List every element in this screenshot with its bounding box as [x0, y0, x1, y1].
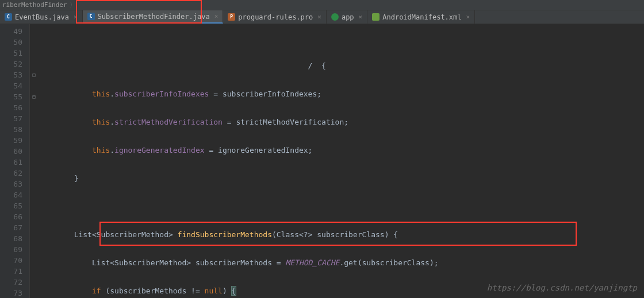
fold-marker[interactable]: [30, 233, 38, 244]
xml-icon: [372, 13, 379, 21]
fold-marker[interactable]: ⊟: [30, 69, 38, 80]
tab-label: app: [342, 13, 354, 21]
line-number: 55: [0, 91, 22, 102]
fold-marker[interactable]: [30, 288, 38, 298]
fold-marker[interactable]: [30, 135, 38, 146]
tab-label: SubscriberMethodFinder.java: [98, 13, 210, 21]
line-number: 67: [0, 222, 22, 233]
line-number: 57: [0, 113, 22, 124]
close-icon[interactable]: ×: [317, 13, 321, 21]
close-icon[interactable]: ×: [359, 13, 363, 21]
java-class-icon: C: [87, 13, 95, 20]
line-number: 62: [0, 168, 22, 179]
fold-marker[interactable]: [30, 200, 38, 211]
fold-marker[interactable]: [30, 80, 38, 91]
tab-bar: C EventBus.java × C SubscriberMethodFind…: [0, 10, 644, 24]
line-number: 58: [0, 124, 22, 135]
fold-marker[interactable]: [30, 244, 38, 255]
proguard-icon: P: [228, 13, 235, 21]
breadcrumb-arrow: 〉: [70, 1, 76, 9]
fold-marker[interactable]: [30, 179, 38, 189]
line-number: 54: [0, 80, 22, 91]
code-line: List<SubscriberMethod> findSubscriberMet…: [38, 229, 644, 240]
line-number: 51: [0, 48, 22, 59]
breadcrumb-item[interactable]: riberMethodFinder: [2, 1, 67, 9]
code-line: [38, 201, 644, 212]
fold-marker[interactable]: [30, 157, 38, 168]
tab-label: proguard-rules.pro: [238, 13, 313, 21]
fold-marker[interactable]: [30, 189, 38, 200]
watermark: https://blog.csdn.net/yanjingtp: [487, 283, 637, 292]
line-number: 63: [0, 179, 22, 189]
tab-proguard[interactable]: P proguard-rules.pro ×: [223, 10, 327, 24]
line-number-gutter: 4950515253545556575859606162636465666768…: [0, 24, 30, 298]
module-icon: [331, 13, 339, 21]
line-number: 53: [0, 69, 22, 80]
fold-marker[interactable]: [30, 124, 38, 135]
fold-marker[interactable]: [30, 48, 38, 59]
line-number: 50: [0, 37, 22, 48]
java-class-icon: C: [5, 13, 12, 21]
tab-manifest[interactable]: AndroidManifest.xml ×: [367, 10, 475, 24]
close-icon[interactable]: ×: [74, 13, 78, 21]
fold-marker[interactable]: [30, 59, 38, 69]
close-icon[interactable]: ×: [466, 13, 470, 21]
line-number: 66: [0, 211, 22, 222]
tab-subscribermethodfinder[interactable]: C SubscriberMethodFinder.java ×: [83, 10, 224, 24]
line-number: 73: [0, 288, 22, 298]
fold-marker[interactable]: [30, 113, 38, 124]
code-line: this.subscriberInfoIndexes = subscriberI…: [38, 88, 644, 99]
code-line: / {: [38, 60, 644, 71]
fold-marker[interactable]: [30, 222, 38, 233]
code-editor[interactable]: 4950515253545556575859606162636465666768…: [0, 24, 644, 298]
code-line: }: [38, 173, 644, 184]
code-line: this.strictMethodVerification = strictMe…: [38, 117, 644, 127]
line-number: 70: [0, 255, 22, 266]
fold-marker[interactable]: [30, 168, 38, 179]
line-number: 72: [0, 277, 22, 288]
line-number: 52: [0, 59, 22, 69]
tab-app[interactable]: app ×: [327, 10, 367, 24]
tab-eventbus[interactable]: C EventBus.java ×: [0, 10, 83, 24]
fold-marker[interactable]: [30, 146, 38, 157]
line-number: 56: [0, 102, 22, 113]
fold-marker[interactable]: [30, 277, 38, 288]
line-number: 49: [0, 26, 22, 37]
fold-marker[interactable]: [30, 102, 38, 113]
line-number: 68: [0, 233, 22, 244]
line-number: 65: [0, 200, 22, 211]
fold-marker[interactable]: [30, 26, 38, 37]
tab-label: EventBus.java: [15, 13, 69, 21]
fold-marker[interactable]: [30, 266, 38, 277]
fold-gutter[interactable]: ⊟⊟: [30, 24, 38, 298]
line-number: 59: [0, 135, 22, 146]
fold-marker[interactable]: [30, 255, 38, 266]
line-number: 64: [0, 189, 22, 200]
line-number: 60: [0, 146, 22, 157]
line-number: 71: [0, 266, 22, 277]
line-number: 69: [0, 244, 22, 255]
line-number: 61: [0, 157, 22, 168]
code-line: List<SubscriberMethod> subscriberMethods…: [38, 257, 644, 268]
fold-marker[interactable]: [30, 211, 38, 222]
code-line: this.ignoreGeneratedIndex = ignoreGenera…: [38, 145, 644, 156]
breadcrumb[interactable]: riberMethodFinder 〉: [0, 0, 644, 10]
fold-marker[interactable]: [30, 37, 38, 48]
fold-marker[interactable]: ⊟: [30, 91, 38, 102]
close-icon[interactable]: ×: [214, 13, 218, 20]
tab-label: AndroidManifest.xml: [382, 13, 461, 21]
code-area[interactable]: / { this.subscriberInfoIndexes = subscri…: [38, 24, 644, 298]
